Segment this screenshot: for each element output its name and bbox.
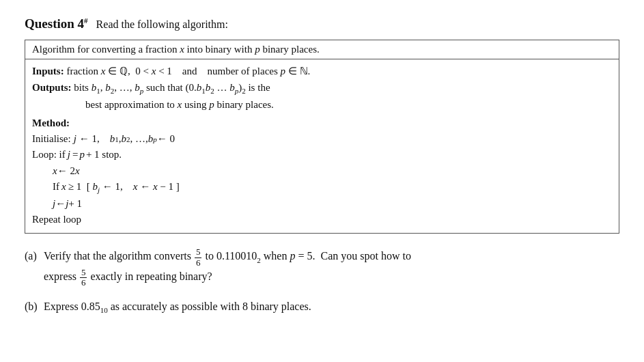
step2-row: If x ≥ 1 [ bj ← 1, x ← x − 1 ] [32, 179, 612, 196]
part-a-label: (a) [25, 247, 44, 265]
part-b-label: (b) [25, 298, 44, 316]
loop-row: Loop: if j = p + 1 stop. [32, 147, 612, 163]
outputs-row: Outputs: bits b1, b2, …, bp such that (0… [32, 80, 612, 97]
inputs-row: Inputs: fraction x ∈ ℚ, 0 < x < 1 and nu… [32, 64, 612, 79]
step1-row: x ← 2x [32, 163, 612, 179]
algorithm-box: Algorithm for converting a fraction x in… [25, 40, 619, 234]
question-header-text: Read the following algorithm: [96, 18, 228, 31]
algorithm-body: Inputs: fraction x ∈ ℚ, 0 < x < 1 and nu… [25, 59, 619, 233]
outputs-row2: best approximation to x using p binary p… [32, 97, 612, 113]
init-row: Initialise: j ← 1, b1, b2, …, bp ← 0 [32, 131, 612, 147]
algorithm-title: Algorithm for converting a fraction x in… [25, 40, 619, 59]
part-a: (a) Verify that the algorithm converts 5… [25, 247, 619, 288]
question-number: Question 4# [25, 16, 88, 31]
part-a-content: Verify that the algorithm converts 56 to… [44, 247, 619, 288]
method-label: Method: [32, 115, 612, 131]
question-header: Question 4# Read the following algorithm… [25, 16, 619, 31]
repeat-row: Repeat loop [32, 212, 612, 227]
step3-row: j ← j + 1 [32, 196, 612, 212]
part-b: (b) Express 0.8510 as accurately as poss… [25, 298, 619, 317]
part-b-content: Express 0.8510 as accurately as possible… [44, 298, 619, 317]
